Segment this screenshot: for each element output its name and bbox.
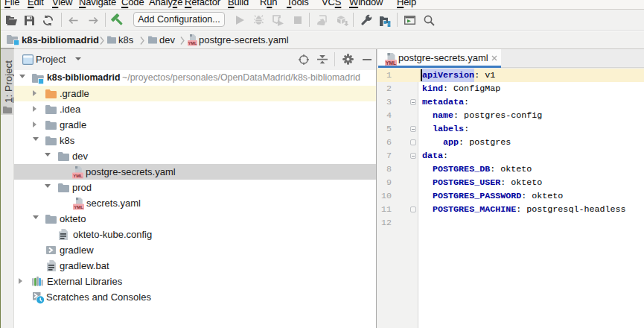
svg-text:YML: YML (74, 205, 83, 209)
svg-text:YML: YML (188, 41, 197, 45)
svg-text:YML: YML (73, 174, 83, 178)
